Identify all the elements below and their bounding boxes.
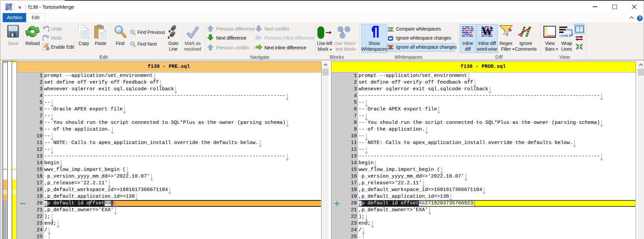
svg-text:W: W (482, 26, 493, 37)
